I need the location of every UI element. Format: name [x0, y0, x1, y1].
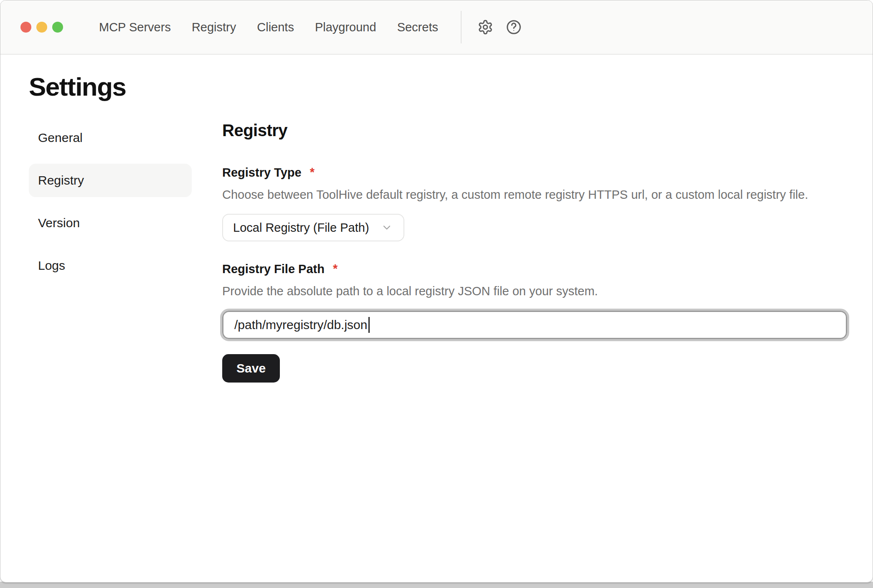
registry-file-path-value: /path/myregistry/db.json	[234, 318, 367, 332]
text-cursor	[368, 317, 370, 333]
sidebar-item-label: Registry	[38, 173, 84, 188]
settings-sidebar: General Registry Version Logs	[29, 121, 192, 383]
titlebar-divider	[461, 11, 462, 43]
registry-type-label-row: Registry Type *	[222, 166, 847, 180]
close-button[interactable]	[20, 22, 31, 33]
registry-type-select[interactable]: Local Registry (File Path)	[222, 214, 404, 241]
registry-file-path-field: Registry File Path * Provide the absolut…	[222, 262, 847, 339]
nav-item-playground[interactable]: Playground	[315, 20, 376, 34]
required-asterisk: *	[333, 262, 338, 276]
registry-type-label: Registry Type	[222, 166, 302, 180]
registry-file-path-label-row: Registry File Path *	[222, 262, 847, 276]
sidebar-item-label: Version	[38, 216, 80, 230]
sidebar-item-label: General	[38, 131, 83, 145]
gear-icon	[477, 19, 493, 35]
required-asterisk: *	[310, 166, 315, 179]
chevron-down-icon	[381, 222, 393, 233]
titlebar: MCP Servers Registry Clients Playground …	[0, 0, 873, 55]
sidebar-item-general[interactable]: General	[29, 121, 192, 155]
save-button[interactable]: Save	[222, 354, 280, 383]
nav-item-mcp-servers[interactable]: MCP Servers	[99, 20, 171, 34]
registry-file-path-label: Registry File Path	[222, 262, 325, 276]
registry-file-path-description: Provide the absolute path to a local reg…	[222, 283, 847, 299]
minimize-button[interactable]	[36, 22, 47, 33]
top-navigation: MCP Servers Registry Clients Playground …	[99, 20, 438, 34]
app-window: MCP Servers Registry Clients Playground …	[0, 0, 873, 583]
sidebar-item-label: Logs	[38, 259, 65, 273]
registry-type-description: Choose between ToolHive default registry…	[222, 187, 847, 203]
registry-type-field: Registry Type * Choose between ToolHive …	[222, 166, 847, 241]
help-icon	[505, 19, 522, 35]
maximize-button[interactable]	[52, 22, 63, 33]
traffic-lights	[20, 22, 63, 33]
registry-type-selected-value: Local Registry (File Path)	[233, 221, 369, 235]
registry-file-path-input[interactable]: /path/myregistry/db.json	[222, 311, 847, 339]
registry-settings-panel: Registry Registry Type * Choose between …	[222, 121, 847, 383]
sidebar-item-logs[interactable]: Logs	[29, 249, 192, 282]
nav-item-clients[interactable]: Clients	[257, 20, 294, 34]
nav-item-secrets[interactable]: Secrets	[397, 20, 438, 34]
help-button[interactable]	[503, 17, 524, 38]
section-title: Registry	[222, 121, 847, 140]
settings-button[interactable]	[475, 17, 496, 38]
sidebar-item-registry[interactable]: Registry	[29, 164, 192, 197]
sidebar-item-version[interactable]: Version	[29, 206, 192, 240]
nav-item-registry[interactable]: Registry	[192, 20, 236, 34]
settings-layout: General Registry Version Logs Registry R…	[29, 121, 848, 383]
settings-page: Settings General Registry Version Logs R…	[0, 55, 873, 383]
page-title: Settings	[29, 73, 848, 100]
